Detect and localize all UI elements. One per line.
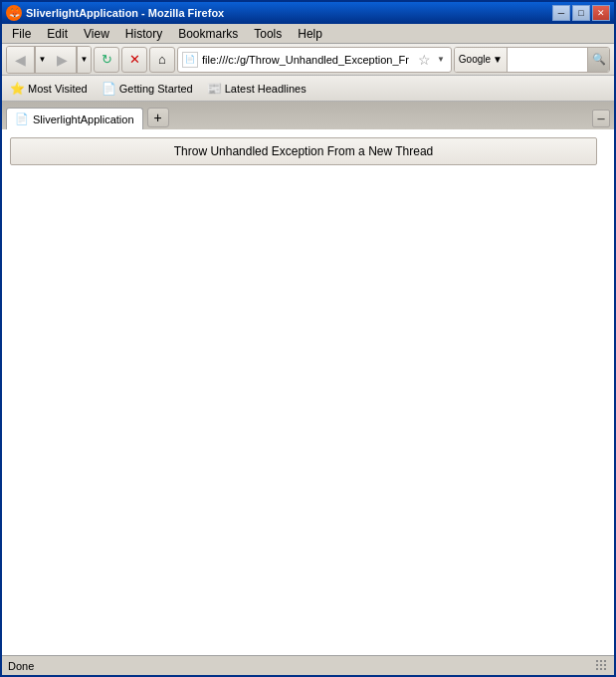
status-bar: Done [2, 655, 614, 675]
back-button[interactable]: ◀ [7, 47, 35, 73]
forward-button[interactable]: ▶ [49, 47, 77, 73]
address-bar-wrapper: 📄 ☆ ▼ [177, 47, 452, 73]
menu-history[interactable]: History [117, 25, 170, 43]
getting-started-icon: 📄 [102, 82, 116, 96]
tab-label: SliverlightApplication [33, 113, 134, 125]
bookmarks-bar: ⭐ Most Visited 📄 Getting Started 📰 Lates… [2, 76, 614, 102]
minimize-button[interactable]: ─ [552, 5, 570, 21]
menu-file[interactable]: File [4, 25, 39, 43]
getting-started-label: Getting Started [119, 83, 193, 95]
menu-view[interactable]: View [76, 25, 117, 43]
resize-grip [596, 660, 608, 672]
maximize-button[interactable]: □ [572, 5, 590, 21]
most-visited-label: Most Visited [28, 83, 88, 95]
title-bar: 🦊 SliverlightApplication - Mozilla Firef… [2, 2, 614, 24]
bookmark-most-visited[interactable]: ⭐ Most Visited [6, 80, 92, 98]
title-bar-left: 🦊 SliverlightApplication - Mozilla Firef… [6, 5, 224, 21]
new-tab-button[interactable]: + [147, 108, 169, 127]
menu-tools[interactable]: Tools [246, 25, 290, 43]
close-window-button[interactable]: ✕ [592, 5, 610, 21]
back-forward-group: ◀ ▼ ▶ ▼ [6, 46, 92, 74]
bookmark-getting-started[interactable]: 📄 Getting Started [98, 80, 197, 98]
bookmark-star-icon[interactable]: ☆ [418, 52, 431, 68]
tab-icon: 📄 [15, 113, 29, 125]
most-visited-icon: ⭐ [10, 82, 25, 96]
latest-headlines-icon: 📰 [207, 82, 222, 96]
menu-bar: File Edit View History Bookmarks Tools H… [2, 24, 614, 44]
search-wrapper: Google ▼ 🔍 [454, 47, 610, 73]
tab-list-button[interactable]: ─ [592, 110, 610, 127]
search-input[interactable] [508, 54, 587, 66]
back-dropdown[interactable]: ▼ [35, 47, 49, 73]
content-area: Throw Unhandled Exception From a New Thr… [2, 129, 614, 655]
forward-dropdown[interactable]: ▼ [77, 47, 91, 73]
address-dropdown-icon[interactable]: ▼ [435, 55, 447, 64]
reload-button[interactable]: ↻ [94, 47, 119, 73]
address-input[interactable] [202, 54, 414, 66]
menu-help[interactable]: Help [290, 25, 330, 43]
tabs-bar: 📄 SliverlightApplication + ─ [2, 102, 614, 129]
throw-exception-button[interactable]: Throw Unhandled Exception From a New Thr… [10, 137, 597, 165]
menu-edit[interactable]: Edit [39, 25, 76, 43]
nav-toolbar: ◀ ▼ ▶ ▼ ↻ ✕ ⌂ 📄 ☆ ▼ Google ▼ 🔍 [2, 44, 614, 76]
browser-window: 🦊 SliverlightApplication - Mozilla Firef… [0, 0, 616, 677]
active-tab[interactable]: 📄 SliverlightApplication [6, 108, 143, 129]
menu-bookmarks[interactable]: Bookmarks [170, 25, 246, 43]
bookmark-latest-headlines[interactable]: 📰 Latest Headlines [203, 80, 310, 98]
firefox-icon: 🦊 [6, 5, 22, 21]
search-button[interactable]: 🔍 [587, 48, 609, 72]
latest-headlines-label: Latest Headlines [225, 83, 307, 95]
stop-button[interactable]: ✕ [121, 47, 147, 73]
search-engine-button[interactable]: Google ▼ [455, 48, 508, 72]
page-icon: 📄 [182, 52, 198, 68]
search-engine-dropdown-icon: ▼ [493, 54, 503, 65]
status-text: Done [8, 660, 34, 672]
title-bar-buttons: ─ □ ✕ [552, 5, 610, 21]
window-title: SliverlightApplication - Mozilla Firefox [26, 7, 224, 19]
search-engine-label: Google [459, 54, 491, 65]
home-button[interactable]: ⌂ [149, 47, 175, 73]
